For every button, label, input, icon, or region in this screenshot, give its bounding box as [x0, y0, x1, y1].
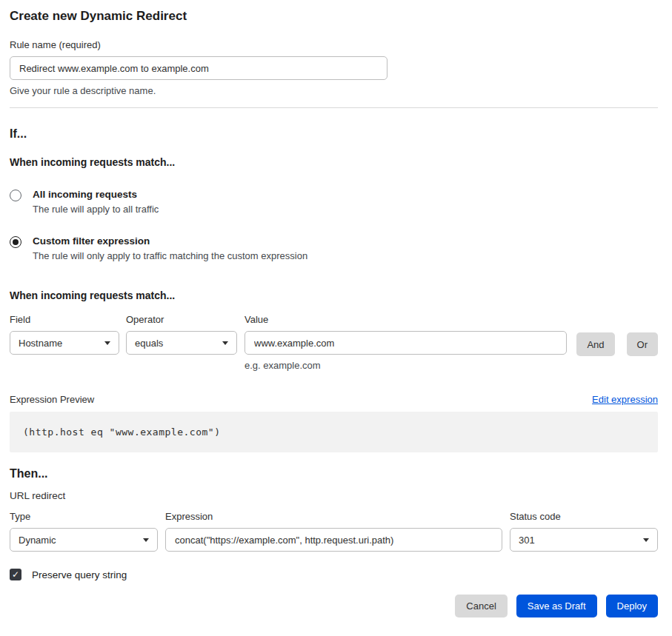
- expression-column: Expression: [165, 511, 502, 552]
- if-heading: If...: [10, 127, 658, 141]
- rule-name-label: Rule name (required): [10, 39, 658, 50]
- page-title: Create new Dynamic Redirect: [10, 9, 658, 24]
- radio-unchecked-icon[interactable]: [10, 190, 21, 201]
- expression-preview-label: Expression Preview: [10, 394, 94, 405]
- radio-option-custom-filter-expression[interactable]: Custom filter expression The rule will o…: [10, 235, 658, 261]
- operator-select[interactable]: equals: [126, 331, 237, 355]
- radio-label-custom-filter: Custom filter expression: [33, 235, 307, 247]
- status-code-select[interactable]: 301: [510, 528, 658, 552]
- deploy-button[interactable]: Deploy: [606, 595, 658, 617]
- edit-expression-link[interactable]: Edit expression: [592, 394, 658, 405]
- incoming-match-heading: When incoming requests match...: [10, 156, 658, 168]
- radio-desc-all-incoming: The rule will apply to all traffic: [33, 204, 159, 215]
- operator-select-value: equals: [135, 338, 163, 349]
- save-as-draft-button[interactable]: Save as Draft: [516, 595, 597, 617]
- or-button[interactable]: Or: [627, 332, 658, 356]
- type-select-value: Dynamic: [19, 535, 56, 546]
- filter-builder-heading: When incoming requests match...: [10, 289, 658, 301]
- radio-option-all-incoming-requests[interactable]: All incoming requests The rule will appl…: [10, 189, 658, 215]
- chevron-down-icon: [143, 538, 149, 542]
- cancel-button[interactable]: Cancel: [455, 595, 507, 617]
- field-label: Field: [10, 314, 119, 325]
- expression-preview-code: (http.host eq "www.example.com"): [23, 426, 220, 438]
- value-label: Value: [244, 314, 567, 325]
- status-code-label: Status code: [510, 511, 658, 522]
- filter-builder-row: Field Hostname Operator equals Value e.g…: [10, 314, 658, 371]
- preserve-query-string-option[interactable]: ✓ Preserve query string: [10, 569, 658, 580]
- preserve-query-string-label: Preserve query string: [32, 569, 127, 580]
- type-select[interactable]: Dynamic: [10, 528, 158, 552]
- rule-name-section: Rule name (required) Give your rule a de…: [10, 39, 658, 96]
- expression-preview-code-block: (http.host eq "www.example.com"): [10, 412, 658, 452]
- then-heading: Then...: [10, 467, 658, 481]
- value-column: Value e.g. example.com: [244, 314, 567, 371]
- value-help: e.g. example.com: [244, 360, 567, 371]
- url-redirect-label: URL redirect: [10, 490, 658, 501]
- expression-preview-header: Expression Preview Edit expression: [10, 394, 658, 405]
- form-actions: Cancel Save as Draft Deploy: [10, 595, 658, 617]
- field-select-value: Hostname: [19, 338, 62, 349]
- chevron-down-icon: [643, 538, 649, 542]
- radio-label-all-incoming: All incoming requests: [33, 189, 159, 200]
- type-label: Type: [10, 511, 158, 522]
- operator-label: Operator: [126, 314, 237, 325]
- expression-label: Expression: [165, 511, 502, 522]
- radio-option-text: All incoming requests The rule will appl…: [33, 189, 159, 215]
- field-select[interactable]: Hostname: [10, 331, 119, 355]
- chevron-down-icon: [222, 341, 228, 345]
- and-button[interactable]: And: [576, 332, 614, 356]
- value-input[interactable]: [244, 331, 567, 355]
- rule-name-input[interactable]: [10, 56, 387, 80]
- field-column: Field Hostname: [10, 314, 119, 355]
- radio-desc-custom-filter: The rule will only apply to traffic matc…: [33, 250, 307, 261]
- redirect-expression-input[interactable]: [165, 528, 502, 552]
- section-divider: [10, 107, 658, 108]
- type-column: Type Dynamic: [10, 511, 158, 552]
- radio-option-text: Custom filter expression The rule will o…: [33, 235, 307, 261]
- chevron-down-icon: [104, 341, 110, 345]
- rule-name-help: Give your rule a descriptive name.: [10, 85, 658, 96]
- radio-checked-icon[interactable]: [10, 236, 21, 248]
- checkbox-checked-icon[interactable]: ✓: [10, 569, 21, 580]
- status-code-column: Status code 301: [510, 511, 658, 552]
- redirect-config-row: Type Dynamic Expression Status code 301: [10, 511, 658, 552]
- status-code-select-value: 301: [519, 535, 535, 546]
- create-dynamic-redirect-page: Create new Dynamic Redirect Rule name (r…: [0, 0, 672, 617]
- operator-column: Operator equals: [126, 314, 237, 355]
